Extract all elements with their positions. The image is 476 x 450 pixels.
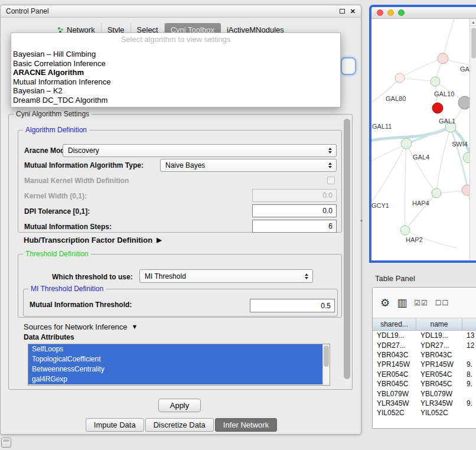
algorithm-option-dream8-dc-tdc-algorithm[interactable]: Dream8 DC_TDC Algorithm (11, 96, 340, 105)
expand-right-icon: ▶ (157, 237, 161, 243)
network-canvas[interactable]: GALGAL80GAL10GAL11GAL1SWI4GAL4GCY1HAP4HA… (371, 19, 476, 260)
mi-threshold-field[interactable]: 0.5 (250, 299, 335, 312)
algorithm-combo-fragment[interactable] (341, 57, 356, 75)
panel-sash-collapse-icon[interactable]: ◂ (360, 217, 363, 223)
minimize-traffic-light-icon[interactable] (387, 9, 394, 16)
network-node[interactable] (395, 73, 405, 83)
node-label-gal4: GAL4 (413, 154, 429, 161)
which-threshold-select[interactable]: MI Threshold (139, 269, 313, 283)
select-all-checkboxes-icon[interactable]: ☑☑ (414, 299, 428, 306)
mi-threshold-definition-title: MI Threshold Definition (28, 285, 106, 294)
node-label-gcy1: GCY1 (371, 202, 389, 209)
which-threshold-value: MI Threshold (145, 272, 186, 281)
attribute-item-betweennesscentrality[interactable]: BetweennessCentrality (28, 364, 322, 374)
bottom-tab-impute-data[interactable]: Impute Data (86, 418, 144, 432)
table-cell: 8. (462, 370, 476, 379)
column-header-name[interactable]: name (416, 318, 462, 330)
network-node[interactable] (458, 96, 470, 109)
table-cell: YDR27... (416, 341, 462, 350)
close-window-icon[interactable]: ✕ (350, 8, 356, 15)
gear-icon[interactable]: ⚙ (380, 298, 390, 308)
algorithm-option-aracne-algorithm[interactable]: ARACNE Algorithm (11, 68, 340, 77)
table-row[interactable]: YBR045CYBR045C9. (373, 379, 476, 389)
window-title: Control Panel (6, 7, 340, 15)
data-attributes-list[interactable]: SelfLoopsTopologicalCoefficientBetweenne… (28, 344, 330, 386)
network-edge (400, 58, 443, 78)
table-row[interactable]: YLR345WYLR345W9. (373, 399, 476, 408)
table-cell: YIL052C (373, 409, 416, 417)
columns-icon[interactable]: ▥ (397, 298, 407, 308)
threshold-definition-title: Threshold Definition (23, 250, 91, 259)
table-cell: 12 (462, 341, 476, 350)
dpi-tolerance-field[interactable]: 0.0 (252, 204, 337, 217)
algorithm-option-mutual-information-inference[interactable]: Mutual Information Inference (11, 77, 340, 87)
table-row[interactable]: YDL19...YDL19...13 (373, 331, 476, 340)
table-panel-title: Table Panel (375, 274, 415, 283)
attribute-item-topologicalcoefficient[interactable]: TopologicalCoefficient (28, 354, 322, 364)
node-label-swi4: SWI4 (452, 141, 468, 148)
deselect-all-checkboxes-icon[interactable]: ☐☐ (435, 299, 449, 306)
mi-steps-field[interactable]: 6 (252, 220, 337, 233)
manual-kernel-width-checkbox[interactable] (327, 177, 335, 184)
close-traffic-light-icon[interactable] (377, 9, 383, 16)
expand-down-icon: ▼ (132, 324, 138, 330)
window-buttons: ✕ (340, 8, 356, 15)
threshold-definition-group: Threshold Definition Which threshold to … (18, 254, 342, 318)
column-header-shared[interactable]: shared... (373, 318, 416, 330)
table-body: YDL19...YDL19...13YDR27...YDR27...12YBR0… (373, 331, 476, 418)
network-node[interactable] (438, 53, 448, 64)
combo-arrows-icon (328, 162, 332, 168)
table-header-row: shared...name (373, 318, 476, 331)
table-row[interactable]: YER054CYER054C8. (373, 370, 476, 379)
table-row[interactable]: YPR145WYPR145W9. (373, 360, 476, 369)
attribute-item-gal4rgexp[interactable]: gal4RGexp (28, 374, 322, 384)
algorithm-option-bayesian-hill-climbing[interactable]: Bayesian – Hill Climbing (11, 50, 340, 59)
network-node[interactable] (401, 138, 412, 149)
mi-algorithm-type-label: Mutual Information Algorithm Type: (24, 161, 144, 169)
network-edge (405, 193, 436, 230)
network-node[interactable] (431, 77, 440, 86)
algorithm-dropdown-popup: Select algorithm to view settings Bayesi… (11, 32, 341, 107)
settings-scrollbar-thumb[interactable] (344, 119, 350, 379)
attributes-list-scrollbar[interactable] (322, 344, 330, 385)
network-node[interactable] (400, 226, 410, 235)
attributes-list-scrollbar-thumb[interactable] (324, 345, 329, 367)
network-node[interactable] (432, 103, 443, 113)
network-node[interactable] (463, 152, 470, 163)
hub-factor-section-toggle[interactable]: Hub/Transcription Factor Definition ▶ (24, 236, 162, 244)
zoom-traffic-light-icon[interactable] (398, 9, 405, 16)
node-label-hap2: HAP2 (406, 236, 423, 243)
control-panel-titlebar: Control Panel ✕ (1, 5, 361, 18)
algorithm-definition-group: Algorithm Definition Aracne Mode: Discov… (18, 130, 342, 233)
data-attributes-label: Data Attributes (24, 333, 74, 341)
bottom-tab-discretize-data[interactable]: Discretize Data (145, 418, 214, 432)
apply-button[interactable]: Apply (158, 399, 201, 412)
table-row[interactable]: YIL052CYIL052C (373, 408, 476, 418)
sources-section-toggle[interactable]: Sources for Network Inference ▼ (24, 322, 138, 331)
aracne-mode-select[interactable]: Discovery (63, 144, 337, 157)
float-window-icon[interactable] (340, 9, 345, 14)
network-node[interactable] (462, 185, 470, 195)
algorithm-option-bayesian-k2[interactable]: Bayesian – K2 (11, 86, 340, 96)
attribute-item-selfloops[interactable]: SelfLoops (28, 344, 322, 354)
bottom-tab-infer-network[interactable]: Infer Network (215, 418, 277, 432)
table-cell: 9. (462, 360, 476, 369)
settings-scrollbar[interactable] (344, 118, 350, 384)
column-header-extra[interactable] (462, 318, 476, 330)
node-label-gal10: GAL10 (434, 90, 454, 97)
algorithm-option-basic-correlation-inference[interactable]: Basic Correlation Inference (11, 59, 340, 69)
network-node[interactable] (432, 188, 441, 198)
network-vertical-scrollbar[interactable]: ▲ (470, 19, 476, 260)
table-row[interactable]: YBL079WYBL079W (373, 389, 476, 398)
mi-algorithm-type-select[interactable]: Naive Bayes (160, 159, 337, 172)
table-row[interactable]: YBR043CYBR043C (373, 350, 476, 360)
table-row[interactable]: YDR27...YDR27...12 (373, 340, 476, 350)
table-cell: YBL079W (373, 390, 416, 398)
node-label-gal: GAL (460, 66, 470, 73)
table-cell: YBL079W (416, 390, 462, 398)
minimized-panel-icon[interactable] (1, 438, 11, 448)
table-cell: YDL19... (373, 331, 416, 340)
table-cell: 9. (462, 380, 476, 388)
scroll-up-icon[interactable]: ▲ (470, 19, 476, 26)
network-scrollbar-thumb[interactable] (471, 28, 476, 58)
